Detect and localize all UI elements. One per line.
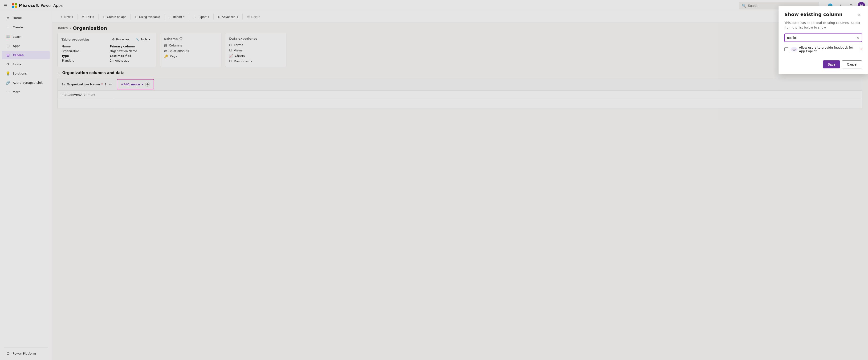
modal-overlay[interactable] bbox=[0, 0, 868, 360]
modal-save-button[interactable]: Save bbox=[823, 60, 840, 68]
modal-footer: Save Cancel bbox=[784, 60, 862, 68]
modal-close-button[interactable]: ✕ bbox=[857, 11, 862, 19]
modal-title: Show existing column bbox=[784, 11, 843, 17]
modal-option-label: 🤖 Allow users to provide feedback for Ap… bbox=[790, 46, 862, 53]
modal-option-text: Allow users to provide feedback for App … bbox=[799, 46, 859, 53]
show-existing-column-modal: Show existing column ✕ This table has ad… bbox=[778, 6, 868, 74]
modal-search-clear-icon[interactable]: ✕ bbox=[857, 36, 859, 39]
modal-option-checkbox[interactable] bbox=[784, 48, 788, 51]
modal-description: This table has additional existing colum… bbox=[784, 21, 862, 30]
required-star: * bbox=[861, 48, 862, 51]
modal-search-input[interactable] bbox=[787, 36, 855, 39]
modal-header: Show existing column ✕ bbox=[784, 11, 862, 19]
modal-cancel-button[interactable]: Cancel bbox=[842, 60, 862, 68]
modal-search-box[interactable]: ✕ bbox=[784, 33, 862, 42]
modal-option-copilot: 🤖 Allow users to provide feedback for Ap… bbox=[784, 46, 862, 53]
copilot-badge: 🤖 bbox=[790, 48, 798, 51]
